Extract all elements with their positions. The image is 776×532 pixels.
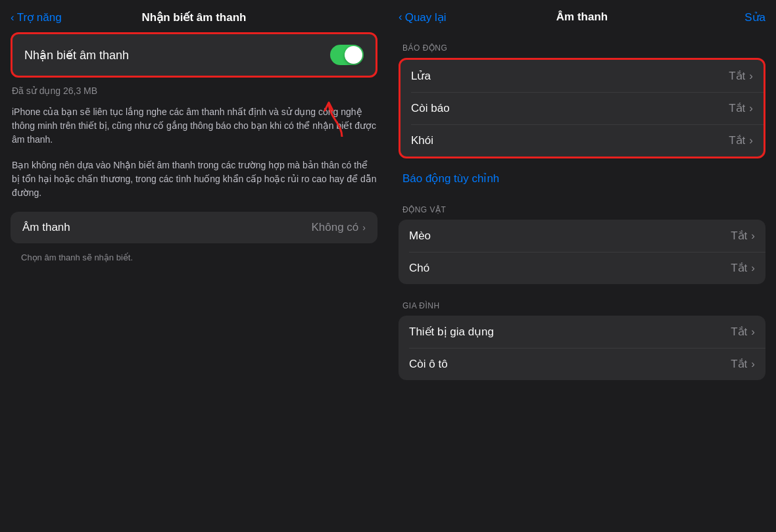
left-back-button[interactable]: ‹ Trợ năng	[11, 11, 62, 24]
list-item-right-cho: Tắt ›	[731, 261, 755, 275]
list-item-thiet-bi-gia-dung[interactable]: Thiết bị gia dụng Tắt ›	[399, 316, 765, 348]
sound-row-label: Âm thanh	[22, 221, 70, 234]
dong-vat-group: Mèo Tắt › Chó Tắt ›	[399, 220, 765, 284]
list-item-chevron-cho: ›	[751, 262, 755, 275]
hint-text: Chọn âm thanh sẽ nhận biết.	[11, 249, 377, 262]
right-header: ‹ Quay lại Âm thanh Sửa	[388, 0, 776, 32]
left-header: ‹ Trợ năng Nhận biết âm thanh	[0, 0, 388, 32]
list-item-label-thiet-bi: Thiết bị gia dụng	[409, 325, 494, 339]
list-item-lua[interactable]: Lửa Tắt ›	[400, 60, 764, 92]
list-item-label-coi-o-to: Còi ô tô	[409, 358, 448, 371]
sound-row-value: Không có	[311, 221, 358, 234]
list-item-right-coi-o-to: Tắt ›	[731, 357, 755, 371]
list-item-chevron-thiet-bi: ›	[751, 326, 755, 339]
sound-row-container: Âm thanh Không có ›	[11, 212, 377, 243]
list-item-khoi[interactable]: Khói Tắt ›	[400, 124, 764, 157]
sound-row-chevron-icon: ›	[362, 222, 366, 233]
storage-text: Đã sử dụng 26,3 MB	[11, 85, 377, 96]
list-item-chevron-khoi: ›	[749, 134, 753, 147]
list-item-value-khoi: Tắt	[729, 133, 745, 147]
list-item-chevron-meo: ›	[751, 230, 755, 243]
section-header-dong-vat: ĐỘNG VẬT	[399, 193, 765, 220]
section-header-gia-dinh: GIA ĐÌNH	[399, 289, 765, 316]
toggle-label: Nhận biết âm thanh	[24, 48, 129, 62]
list-item-chevron-coi-o-to: ›	[751, 358, 755, 371]
list-item-value-thiet-bi: Tắt	[731, 325, 747, 339]
list-item-value-coi-o-to: Tắt	[731, 357, 747, 371]
sound-recognition-toggle-row: Nhận biết âm thanh	[11, 32, 377, 78]
right-content: BÁO ĐỘNG Lửa Tắt › Còi báo Tắt › Khói Tắ…	[388, 32, 776, 532]
description-text-1: iPhone của bạn sẽ liên tục lắng nghe các…	[11, 105, 377, 147]
sound-row[interactable]: Âm thanh Không có ›	[11, 212, 377, 243]
list-item-chevron-lua: ›	[749, 70, 753, 83]
section-header-bao-dong: BÁO ĐỘNG	[399, 32, 765, 58]
list-item-label-cho: Chó	[409, 262, 429, 275]
list-item-right-coi-bao: Tắt ›	[729, 101, 753, 115]
list-item-right-lua: Tắt ›	[729, 69, 753, 83]
right-chevron-left-icon: ‹	[399, 11, 402, 24]
list-item-label-khoi: Khói	[411, 134, 433, 147]
list-item-meo[interactable]: Mèo Tắt ›	[399, 220, 765, 252]
list-item-value-lua: Tắt	[729, 69, 745, 83]
list-item-cho[interactable]: Chó Tắt ›	[399, 252, 765, 284]
list-item-label-coi-bao: Còi báo	[411, 102, 450, 115]
bao-dong-group: Lửa Tắt › Còi báo Tắt › Khói Tắt ›	[399, 58, 765, 158]
list-item-right-meo: Tắt ›	[731, 229, 755, 243]
left-panel: ‹ Trợ năng Nhận biết âm thanh Nhận biết …	[0, 0, 388, 532]
right-back-button[interactable]: ‹ Quay lại	[399, 11, 447, 24]
custom-alert-link[interactable]: Báo động tùy chỉnh	[399, 164, 765, 193]
gia-dinh-group: Thiết bị gia dụng Tắt › Còi ô tô Tắt ›	[399, 316, 765, 380]
chevron-left-icon: ‹	[11, 11, 14, 24]
sound-row-right: Không có ›	[311, 221, 366, 234]
right-back-label: Quay lại	[405, 11, 447, 24]
sound-recognition-toggle[interactable]	[330, 45, 364, 65]
list-item-value-coi-bao: Tắt	[729, 101, 745, 115]
list-item-label-lua: Lửa	[411, 69, 431, 83]
edit-button[interactable]: Sửa	[744, 11, 765, 24]
list-item-value-cho: Tắt	[731, 261, 747, 275]
list-item-coi-o-to[interactable]: Còi ô tô Tắt ›	[399, 348, 765, 380]
list-item-right-thiet-bi: Tắt ›	[731, 325, 755, 339]
description-text-2: Bạn không nên dựa vào Nhận biết âm thanh…	[11, 158, 377, 200]
right-panel: ‹ Quay lại Âm thanh Sửa BÁO ĐỘNG Lửa Tắt…	[388, 0, 776, 532]
left-content: Nhận biết âm thanh Đã sử dụng 26,3 MB iP…	[0, 32, 388, 532]
left-back-label: Trợ năng	[17, 11, 62, 24]
right-title: Âm thanh	[556, 11, 608, 24]
left-title: Nhận biết âm thanh	[142, 11, 247, 24]
list-item-value-meo: Tắt	[731, 229, 747, 243]
list-item-chevron-coi-bao: ›	[749, 102, 753, 115]
list-item-right-khoi: Tắt ›	[729, 133, 753, 147]
list-item-coi-bao[interactable]: Còi báo Tắt ›	[400, 92, 764, 124]
list-item-label-meo: Mèo	[409, 230, 431, 243]
